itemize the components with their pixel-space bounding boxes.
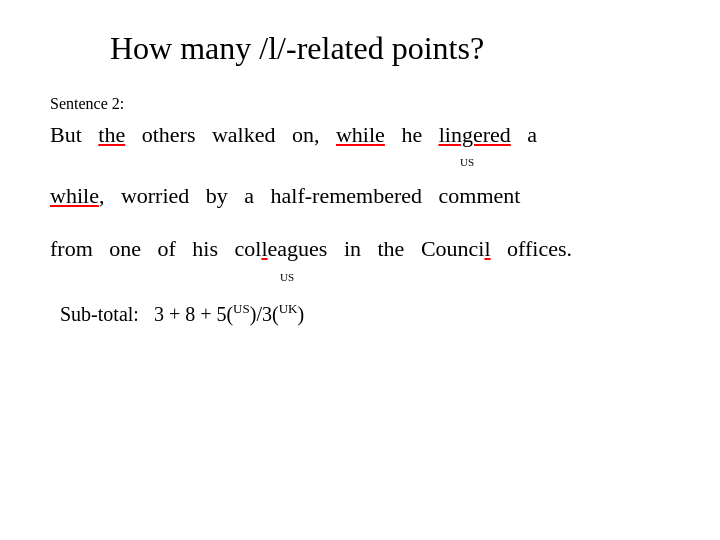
subtotal-us: US: [233, 301, 250, 316]
us-label-lingered: US: [50, 156, 670, 168]
subtotal-line: Sub-total: 3 + 8 + 5(US)/3(UK): [60, 301, 670, 326]
page: How many /l/-related points? Sentence 2:…: [0, 0, 720, 540]
us-label-col: US: [50, 271, 670, 283]
word-while-2: while: [50, 183, 99, 208]
word-lingered: lingered: [439, 122, 511, 147]
word-colleagues: l: [261, 236, 267, 261]
sentence-line-1: But the others walked on, while he linge…: [50, 117, 670, 152]
sentence-line-2: while, worried by a half-remembered comm…: [50, 178, 670, 213]
word-the: the: [98, 122, 125, 147]
page-title: How many /l/-related points?: [110, 30, 670, 67]
subtotal-uk: UK: [279, 301, 298, 316]
sentence-label: Sentence 2:: [50, 95, 670, 113]
sentence-line-3: from one of his colleagues in the Counci…: [50, 231, 670, 266]
word-while-1: while: [336, 122, 385, 147]
word-council-l: l: [484, 236, 490, 261]
